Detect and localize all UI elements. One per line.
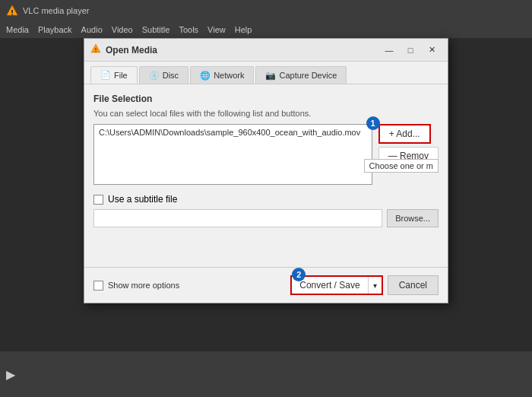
disc-tab-icon: 💿 xyxy=(149,71,160,81)
play-button[interactable]: ▶ xyxy=(6,367,15,382)
dialog-icon xyxy=(90,43,101,56)
tab-network-label: Network xyxy=(214,71,244,80)
subtitle-section: Use a subtitle file xyxy=(93,194,439,205)
vlc-controls: ▶ xyxy=(0,351,532,397)
tab-capture-label: Capture Device xyxy=(279,71,337,80)
maximize-button[interactable]: □ xyxy=(401,43,420,58)
choose-tooltip: Choose one or m xyxy=(364,159,439,173)
svg-point-2 xyxy=(11,14,13,15)
add-button[interactable]: + Add... xyxy=(378,124,431,144)
app-title: VLC media player xyxy=(23,6,89,15)
subtitle-input[interactable] xyxy=(93,209,382,227)
tab-file-label: File xyxy=(114,71,128,80)
dialog-title: Open Media xyxy=(106,45,379,56)
network-tab-icon: 🌐 xyxy=(200,71,211,81)
svg-rect-4 xyxy=(96,48,97,50)
tab-network[interactable]: 🌐 Network xyxy=(190,66,254,84)
svg-point-5 xyxy=(95,51,97,52)
tab-file-content: File Selection You can select local file… xyxy=(84,84,448,237)
taskbar: VLC media player xyxy=(0,0,532,21)
svg-rect-1 xyxy=(11,10,13,13)
close-button[interactable]: ✕ xyxy=(422,43,442,58)
vlc-app-icon xyxy=(6,5,18,17)
subtitle-label: Use a subtitle file xyxy=(108,194,177,205)
file-section-title: File Selection xyxy=(93,94,439,104)
menu-tools[interactable]: Tools xyxy=(179,25,198,34)
file-tab-icon: 📄 xyxy=(100,70,111,80)
cancel-button[interactable]: Cancel xyxy=(388,275,439,295)
menu-playback[interactable]: Playback xyxy=(38,25,72,34)
minimize-button[interactable]: — xyxy=(379,43,399,58)
browse-button[interactable]: Browse... xyxy=(387,209,439,227)
tab-capture[interactable]: 📷 Capture Device xyxy=(255,66,347,84)
tab-disc[interactable]: 💿 Disc xyxy=(139,66,188,84)
dialog-titlebar: Open Media — □ ✕ xyxy=(84,39,448,62)
file-list: C:\Users\ADMIN\Downloads\sample_960x400_… xyxy=(93,124,372,185)
tab-bar: 📄 File 💿 Disc 🌐 Network 📷 Capture Device xyxy=(84,62,448,84)
menu-help[interactable]: Help xyxy=(235,25,252,34)
menu-bar: Media Playback Audio Video Subtitle Tool… xyxy=(0,21,532,38)
subtitle-file-row: Browse... xyxy=(93,209,439,227)
menu-audio[interactable]: Audio xyxy=(81,25,103,34)
menu-subtitle[interactable]: Subtitle xyxy=(142,25,170,34)
badge-1: 1 xyxy=(366,116,380,130)
file-entry: C:\Users\ADMIN\Downloads\sample_960x400_… xyxy=(99,128,367,137)
file-description: You can select local files with the foll… xyxy=(93,109,439,118)
show-more-label: Show more options xyxy=(108,281,179,290)
tab-file[interactable]: 📄 File xyxy=(90,66,138,84)
tab-disc-label: Disc xyxy=(163,71,179,80)
subtitle-checkbox[interactable] xyxy=(93,195,103,205)
capture-tab-icon: 📷 xyxy=(265,71,276,81)
show-more-checkbox[interactable] xyxy=(93,281,103,291)
menu-video[interactable]: Video xyxy=(112,25,133,34)
open-media-dialog: Open Media — □ ✕ 📄 File 💿 Disc 🌐 Network… xyxy=(84,38,448,303)
show-more-section: Show more options xyxy=(93,281,179,291)
dialog-footer: Show more options 2 Convert / Save ▾ Can… xyxy=(84,267,448,303)
window-controls: — □ ✕ xyxy=(379,43,442,58)
convert-save-dropdown-button[interactable]: ▾ xyxy=(368,277,382,294)
menu-media[interactable]: Media xyxy=(6,25,29,34)
footer-buttons: 2 Convert / Save ▾ Cancel xyxy=(290,275,439,295)
menu-view[interactable]: View xyxy=(207,25,226,34)
